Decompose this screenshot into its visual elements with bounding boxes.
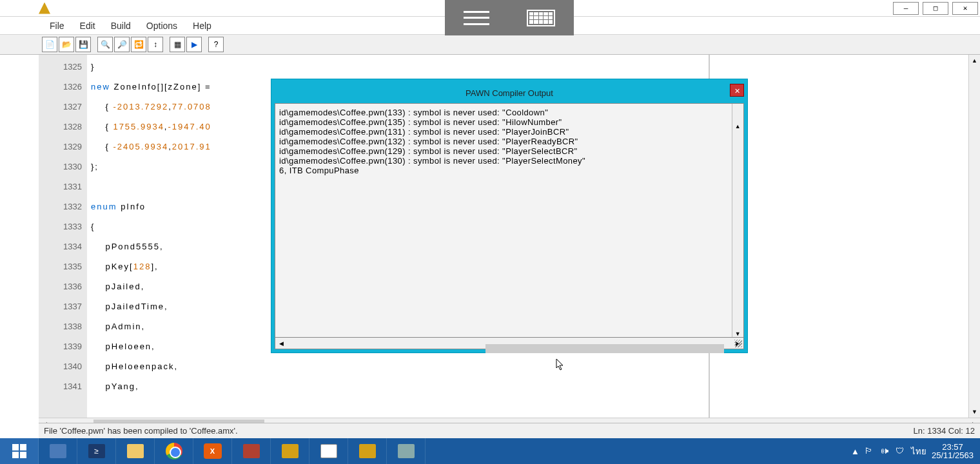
save-file-button[interactable]: 💾: [75, 37, 91, 52]
system-tray: ▲ 🏳 🕪 🛡 ไทย 23:57 25/11/2563: [851, 443, 980, 459]
taskbar-notepad[interactable]: [309, 438, 348, 464]
menu-build[interactable]: Build: [103, 18, 139, 34]
find-next-button[interactable]: 🔎: [114, 37, 130, 52]
tray-date: 25/11/2563: [932, 451, 974, 459]
touch-overlay: [445, 0, 574, 35]
menu-help[interactable]: Help: [185, 18, 219, 34]
find-button[interactable]: 🔍: [97, 37, 113, 52]
menu-file[interactable]: File: [42, 18, 72, 34]
app-icon: [39, 3, 50, 14]
tray-flag-icon[interactable]: 🏳: [865, 446, 875, 456]
taskbar: ≥ X ▲ 🏳 🕪 🛡 ไทย 23:57 25/11/2563: [0, 438, 980, 464]
window-controls: — □ ✕: [891, 1, 980, 16]
start-button[interactable]: [0, 438, 39, 464]
side-panel: ▲ ▼: [709, 55, 980, 418]
dialog-close-button[interactable]: ✕: [730, 84, 744, 97]
menu-edit[interactable]: Edit: [72, 18, 103, 34]
tray-chevron-icon[interactable]: ▲: [851, 447, 859, 456]
compiler-output-text[interactable]: id\gamemodes\Coffee.pwn(133) : symbol is…: [275, 103, 744, 338]
tray-network-icon[interactable]: 🕪: [880, 446, 890, 456]
taskbar-powershell[interactable]: ≥: [77, 438, 116, 464]
scroll-up-icon[interactable]: ▲: [969, 55, 980, 66]
tray-clock[interactable]: 23:57 25/11/2563: [932, 443, 974, 459]
close-button[interactable]: ✕: [952, 2, 978, 15]
tray-shield-icon[interactable]: 🛡: [896, 446, 906, 456]
taskbar-chrome[interactable]: [155, 438, 193, 464]
tray-language[interactable]: ไทย: [911, 445, 926, 458]
dialog-title: PAWN Compiler Output: [466, 88, 553, 98]
cursor-position: Ln: 1334 Col: 12: [914, 426, 975, 436]
minimize-button[interactable]: —: [893, 2, 919, 15]
taskbar-app-1[interactable]: [232, 438, 271, 464]
new-file-button[interactable]: 📄: [42, 37, 57, 52]
taskbar-xampp[interactable]: X: [193, 438, 232, 464]
open-file-button[interactable]: 📂: [59, 37, 74, 52]
scroll-down-icon[interactable]: ▼: [969, 406, 980, 418]
goto-button[interactable]: ↕: [148, 37, 163, 52]
status-bar: File 'Coffee.pwn' has been compiled to '…: [39, 423, 980, 438]
taskbar-pawno-2[interactable]: [348, 438, 387, 464]
toolbar: 📄 📂 💾 🔍 🔎 🔁 ↕ ▦ ▶ ?: [0, 35, 980, 55]
scrollbar-thumb[interactable]: [485, 344, 724, 353]
taskbar-explorer[interactable]: [116, 438, 155, 464]
taskbar-app-2[interactable]: [387, 438, 426, 464]
compile-button[interactable]: ▦: [170, 37, 185, 52]
dialog-horizontal-scrollbar[interactable]: ◀ ▶: [275, 338, 744, 349]
dialog-vertical-scrollbar[interactable]: ▲ ▼: [732, 104, 743, 337]
status-message: File 'Coffee.pwn' has been compiled to '…: [44, 426, 238, 436]
compiler-output-dialog: PAWN Compiler Output ✕ id\gamemodes\Coff…: [271, 79, 748, 353]
vertical-scrollbar[interactable]: ▲ ▼: [968, 55, 980, 418]
line-number-gutter: 1325132613271328132913301331133213331334…: [39, 55, 87, 418]
help-button[interactable]: ?: [208, 37, 224, 52]
hamburger-icon[interactable]: [464, 11, 489, 25]
replace-button[interactable]: 🔁: [131, 37, 146, 52]
taskbar-server-manager[interactable]: [39, 438, 77, 464]
scroll-left-icon[interactable]: ◀: [275, 340, 287, 347]
taskbar-pawno-1[interactable]: [271, 438, 309, 464]
resize-grip-icon[interactable]: [734, 340, 742, 347]
menu-options[interactable]: Options: [139, 18, 185, 34]
dialog-titlebar[interactable]: PAWN Compiler Output ✕: [275, 82, 744, 103]
mouse-cursor-icon: [556, 358, 565, 371]
run-button[interactable]: ▶: [186, 37, 202, 52]
maximize-button[interactable]: □: [923, 2, 948, 15]
keyboard-icon[interactable]: [527, 10, 555, 26]
